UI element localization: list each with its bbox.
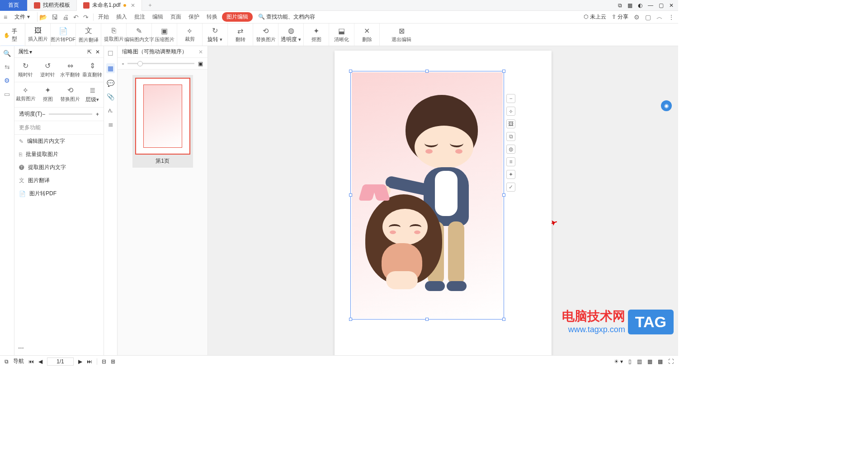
replace-btn[interactable]: ⟲替换图片 xyxy=(59,82,81,107)
minus-icon[interactable]: − xyxy=(506,94,515,103)
menu-icon[interactable]: ≡ xyxy=(4,14,7,21)
tool-edit-text[interactable]: ✎编辑图内文字 xyxy=(127,24,152,46)
menu-annotate[interactable]: 批注 xyxy=(132,12,148,22)
tool-sharpen[interactable]: ⬓清晰化 xyxy=(329,24,354,46)
view-book-icon[interactable]: ▩ xyxy=(658,358,663,365)
zoom-in-icon[interactable]: ⊞ xyxy=(111,358,115,365)
bookmark-icon[interactable]: ☐ xyxy=(108,50,113,57)
crop-icon[interactable]: ⟡ xyxy=(506,107,515,116)
undo-icon[interactable]: ↶ xyxy=(73,14,79,21)
link-translate[interactable]: 文图片翻译 xyxy=(14,174,104,187)
menu-file[interactable]: 文件 ▾ xyxy=(12,12,32,22)
handle-br[interactable] xyxy=(502,318,505,321)
tool-flip[interactable]: ⇄翻转 xyxy=(228,24,253,46)
minimize-icon[interactable]: — xyxy=(648,2,653,9)
redo-icon[interactable]: ↷ xyxy=(83,14,89,21)
tool-insert-image[interactable]: 🖼插入图片 xyxy=(25,24,51,46)
close-window-icon[interactable]: ✕ xyxy=(669,2,674,9)
signature-icon[interactable]: ሌ xyxy=(108,107,113,114)
page[interactable]: − ⟡ 🖼 ⧉ ◍ ≡ ✦ ✓ xyxy=(335,51,552,355)
avatar-icon[interactable]: ◐ xyxy=(638,2,642,9)
tool-exit[interactable]: ⊠退出编辑 xyxy=(389,24,414,46)
opacity-icon[interactable]: ◍ xyxy=(506,145,515,154)
zoom-out-icon[interactable]: ▫ xyxy=(122,61,124,67)
zoom-out-icon[interactable]: ⊟ xyxy=(102,358,106,365)
opacity-row[interactable]: 透明度(T)−+ xyxy=(14,108,104,121)
tool-translate[interactable]: 文图片翻译 xyxy=(76,24,101,46)
menu-insert[interactable]: 插入 xyxy=(113,12,130,22)
cutout-btn[interactable]: ✦抠图 xyxy=(37,82,59,107)
thumb-page-1[interactable]: 第1页 xyxy=(132,75,193,168)
tool-cutout[interactable]: ✦抠图 xyxy=(304,24,329,46)
handle-bl[interactable] xyxy=(349,318,352,321)
menu-page[interactable]: 页面 xyxy=(168,12,184,22)
close-thumb-icon[interactable]: ✕ xyxy=(198,49,203,55)
layers-icon[interactable]: ≣ xyxy=(108,121,113,128)
fullscreen-icon[interactable]: ⛶ xyxy=(668,358,674,365)
image-icon[interactable]: 🖼 xyxy=(506,119,515,128)
brightness-icon[interactable]: ☀ ▾ xyxy=(614,358,623,365)
attachment-icon[interactable]: 📎 xyxy=(107,93,114,100)
tool-opacity[interactable]: ◍透明度 ▾ xyxy=(278,24,304,46)
tool-compress[interactable]: ▣压缩图片 xyxy=(152,24,177,46)
tool-replace[interactable]: ⟲替换图片 xyxy=(253,24,278,46)
layer-btn[interactable]: ≣层级▾ xyxy=(81,82,104,107)
selected-image[interactable] xyxy=(352,72,503,318)
new-tab-button[interactable]: ＋ xyxy=(142,1,158,9)
view-cont-icon[interactable]: ▥ xyxy=(637,358,642,365)
handle-bm[interactable] xyxy=(425,318,429,321)
handle-ml[interactable] xyxy=(349,193,352,197)
print-icon[interactable]: 🖨 xyxy=(62,14,69,21)
more-icon[interactable]: ⋮ xyxy=(668,14,675,21)
window-icon[interactable]: ▢ xyxy=(645,14,651,21)
close-panel-icon[interactable]: ✕ xyxy=(95,49,100,55)
layout-icon[interactable]: ⧉ xyxy=(618,2,622,9)
last-page-icon[interactable]: ⏭ xyxy=(87,358,92,365)
selection-box[interactable]: − ⟡ 🖼 ⧉ ◍ ≡ ✦ ✓ xyxy=(350,71,504,320)
tool-extract[interactable]: ⎘提取图片 xyxy=(101,24,127,46)
sparkle-icon[interactable]: ✦ xyxy=(506,170,515,179)
menu-edit[interactable]: 编辑 xyxy=(150,12,166,22)
comment-icon[interactable]: 💬 xyxy=(107,80,114,87)
sidebar-toggle-icon[interactable]: ⧉ xyxy=(5,358,9,365)
menu-protect[interactable]: 保护 xyxy=(186,12,202,22)
compare-icon[interactable]: ⇆ xyxy=(5,63,10,70)
menu-start[interactable]: 开始 xyxy=(95,12,112,22)
canvas[interactable]: − ⟡ 🖼 ⧉ ◍ ≡ ✦ ✓ ◉ 电脑技术网www.tagxp.com TAG xyxy=(208,46,678,355)
tab-document[interactable]: 未命名1.pdf✕ xyxy=(77,0,142,11)
list-icon[interactable]: ≡ xyxy=(506,157,515,166)
handle-tr[interactable] xyxy=(502,70,505,73)
check-icon[interactable]: ✓ xyxy=(506,183,515,192)
menu-image-edit[interactable]: 图片编辑 xyxy=(222,12,253,22)
collapse-icon[interactable]: ︿ xyxy=(656,13,663,21)
next-page-icon[interactable]: ▶ xyxy=(78,358,82,365)
tool-delete[interactable]: ✕删除 xyxy=(354,24,380,46)
page-indicator[interactable]: 1/1 xyxy=(47,357,74,366)
help-fab[interactable]: ◉ xyxy=(661,100,672,111)
link-batch-extract[interactable]: ⎘批量提取图片 xyxy=(14,148,104,161)
view-single-icon[interactable]: ▯ xyxy=(628,358,632,365)
handle-tl[interactable] xyxy=(349,70,352,73)
prev-page-icon[interactable]: ◀ xyxy=(38,358,42,365)
search-input[interactable]: 🔍 查找功能、文档内容 xyxy=(258,13,315,21)
zoom-fit-icon[interactable]: ▣ xyxy=(198,61,203,67)
save-icon[interactable]: 🖫 xyxy=(52,14,58,21)
pin-icon[interactable]: ⇱ xyxy=(87,49,92,55)
rotate-cw[interactable]: ↻顺时针 xyxy=(14,58,37,82)
flip-v[interactable]: ⇕垂直翻转 xyxy=(81,58,104,82)
hand-tool[interactable]: ✋ 手型 xyxy=(1,26,24,44)
crop-img[interactable]: ⟡裁剪图片 xyxy=(14,82,37,107)
settings-icon[interactable]: ⚙ xyxy=(634,14,640,21)
tool-image-to-pdf[interactable]: 📄图片转PDF xyxy=(51,24,76,46)
tab-home[interactable]: 首页 xyxy=(0,0,28,11)
close-icon[interactable]: ✕ xyxy=(131,2,135,9)
thumb-zoom-slider[interactable] xyxy=(127,63,194,64)
thumbnail-icon[interactable]: ▦ xyxy=(106,63,115,73)
nav-label[interactable]: 导航 xyxy=(13,357,24,365)
link-edit-text[interactable]: ✎编辑图片内文字 xyxy=(14,135,104,148)
grid-icon[interactable]: ▦ xyxy=(627,2,632,9)
book-icon[interactable]: ▭ xyxy=(4,90,10,98)
view-facing-icon[interactable]: ▦ xyxy=(647,358,652,365)
replace-icon[interactable]: ⧉ xyxy=(506,132,515,141)
share-button[interactable]: ⇪ 分享 xyxy=(612,13,628,21)
